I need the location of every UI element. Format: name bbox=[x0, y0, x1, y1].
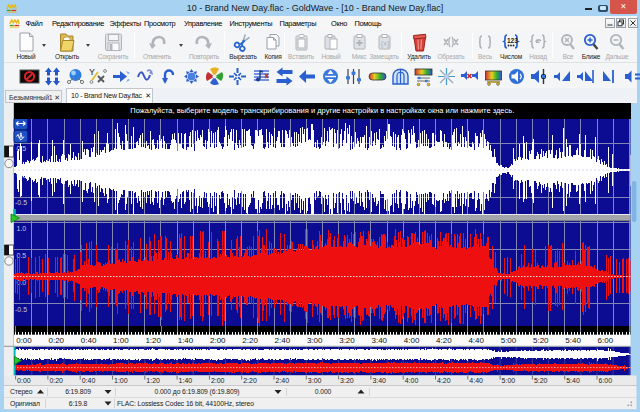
svg-text:4:00: 4:00 bbox=[405, 377, 419, 384]
svg-text:4:40: 4:40 bbox=[468, 336, 484, 345]
svg-text:3:40: 3:40 bbox=[372, 336, 388, 345]
svg-text:5:00: 5:00 bbox=[501, 336, 517, 345]
svg-text:1:40: 1:40 bbox=[179, 377, 193, 384]
svg-text:5:20: 5:20 bbox=[534, 377, 548, 384]
svg-text:0:40: 0:40 bbox=[82, 377, 96, 384]
svg-text:0:20: 0:20 bbox=[49, 336, 65, 345]
svg-text:2:40: 2:40 bbox=[276, 377, 290, 384]
svg-text:{x}: {x} bbox=[380, 39, 390, 48]
svg-text:Стерео: Стерео bbox=[10, 388, 33, 396]
svg-text:1:20: 1:20 bbox=[145, 336, 161, 345]
svg-text:4:00: 4:00 bbox=[404, 336, 420, 345]
svg-text:0:00: 0:00 bbox=[17, 377, 31, 384]
svg-text:1.0: 1.0 bbox=[17, 225, 27, 232]
svg-text:2:00: 2:00 bbox=[211, 377, 225, 384]
svg-text:4:20: 4:20 bbox=[436, 336, 452, 345]
svg-text:3:20: 3:20 bbox=[340, 377, 354, 384]
svg-text:5:20: 5:20 bbox=[533, 336, 549, 345]
svg-text:4:20: 4:20 bbox=[437, 377, 451, 384]
svg-text:-0.5: -0.5 bbox=[15, 306, 27, 313]
svg-text:0.000: 0.000 bbox=[315, 388, 332, 395]
svg-text:3:00: 3:00 bbox=[307, 336, 323, 345]
svg-text:4:40: 4:40 bbox=[469, 377, 483, 384]
svg-text:-0.5: -0.5 bbox=[15, 199, 27, 206]
svg-text:5:00: 5:00 bbox=[502, 377, 516, 384]
svg-text:1:40: 1:40 bbox=[178, 336, 194, 345]
svg-text:0:20: 0:20 bbox=[49, 377, 63, 384]
svg-text:1:20: 1:20 bbox=[146, 377, 160, 384]
svg-text:0:40: 0:40 bbox=[81, 336, 97, 345]
svg-text:2:20: 2:20 bbox=[242, 336, 258, 345]
svg-text:2:40: 2:40 bbox=[275, 336, 291, 345]
svg-text:0.5: 0.5 bbox=[17, 252, 27, 259]
svg-text:6:00: 6:00 bbox=[599, 377, 613, 384]
svg-text:123: 123 bbox=[507, 37, 518, 44]
svg-text:2:20: 2:20 bbox=[243, 377, 257, 384]
svg-text:5:40: 5:40 bbox=[565, 336, 581, 345]
svg-text:1:00: 1:00 bbox=[114, 377, 128, 384]
svg-text:6:19.8: 6:19.8 bbox=[69, 400, 88, 407]
svg-text:Оригинал: Оригинал bbox=[10, 400, 40, 408]
svg-text:5:40: 5:40 bbox=[566, 377, 580, 384]
svg-text:Y: Y bbox=[89, 67, 95, 77]
svg-text:FLAC: Lossless Codec 16 bit, 4: FLAC: Lossless Codec 16 bit, 44100Hz, st… bbox=[117, 400, 254, 407]
svg-text:3:00: 3:00 bbox=[308, 377, 322, 384]
svg-text:0.000 до 6:19.809 (6:19.809): 0.000 до 6:19.809 (6:19.809) bbox=[154, 388, 239, 396]
svg-text:0:00: 0:00 bbox=[16, 336, 32, 345]
svg-text:1:00: 1:00 bbox=[113, 336, 129, 345]
svg-text:3:20: 3:20 bbox=[339, 336, 355, 345]
svg-text:6:19.809: 6:19.809 bbox=[65, 388, 91, 395]
svg-text:3:40: 3:40 bbox=[372, 377, 386, 384]
svg-text:6:00: 6:00 bbox=[598, 336, 614, 345]
svg-text:2:00: 2:00 bbox=[210, 336, 226, 345]
